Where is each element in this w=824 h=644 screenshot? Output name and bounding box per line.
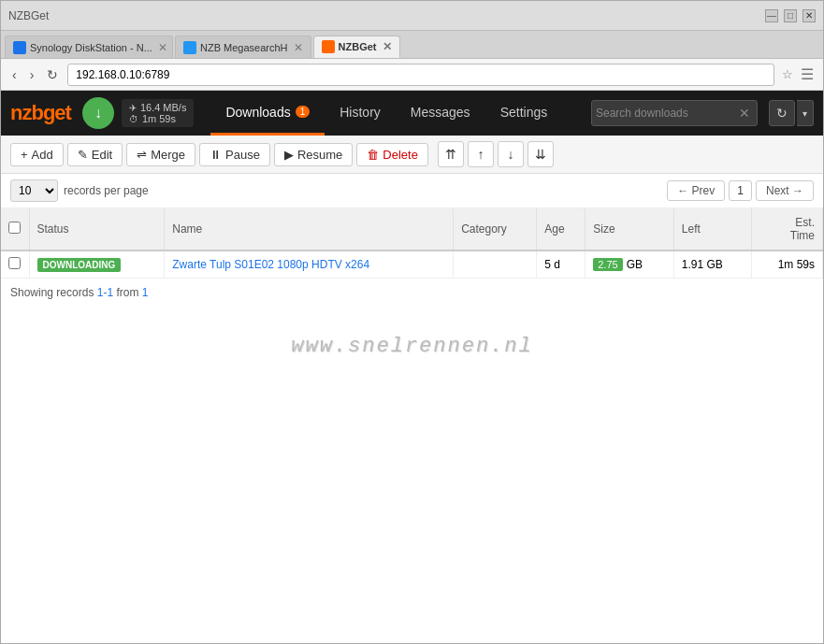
th-name: Name (165, 208, 454, 250)
forward-button[interactable]: › (26, 65, 38, 84)
row-status-cell: DOWNLOADING (29, 250, 165, 279)
pause-button[interactable]: ⏸ Pause (199, 143, 270, 166)
th-left: Left (673, 208, 751, 250)
title-text: NZBGet (8, 9, 49, 22)
nzbget-favicon (322, 40, 335, 53)
search-input[interactable] (596, 107, 736, 120)
close-button[interactable]: ✕ (802, 9, 816, 22)
row-left-cell: 1.91 GB (673, 250, 751, 279)
move-down-icon: ↓ (507, 147, 513, 162)
tab-megasearch[interactable]: NZB MegasearchH ✕ (175, 36, 311, 58)
total-link[interactable]: 1 (142, 286, 149, 299)
move-down-button[interactable]: ↓ (498, 141, 524, 167)
tab-synology[interactable]: Synology DiskStation - N... ✕ (5, 36, 173, 58)
add-button[interactable]: + Add (10, 143, 64, 166)
move-bottom-button[interactable]: ⇊ (528, 141, 554, 167)
records-range-link[interactable]: 1-1 (97, 286, 113, 299)
nav-tab-history[interactable]: History (325, 91, 396, 136)
resume-button[interactable]: ▶ Resume (274, 143, 353, 166)
plus-icon: + (21, 148, 28, 162)
size-unit: GB (627, 258, 643, 271)
page-size-select[interactable]: 10 25 50 100 (10, 179, 58, 202)
th-age: Age (537, 208, 585, 250)
move-top-button[interactable]: ⇈ (438, 141, 464, 167)
row-checkbox[interactable] (8, 257, 21, 269)
nav-tab-downloads[interactable]: Downloads 1 (210, 91, 325, 136)
toolbar: + Add ✎ Edit ⇌ Merge ⏸ Pause ▶ Resume 🗑 … (1, 136, 823, 174)
browser-tabs: Synology DiskStation - N... ✕ NZB Megase… (1, 31, 823, 59)
size-value: 2.75 (593, 258, 622, 271)
tab-nzbget[interactable]: NZBGet ✕ (313, 36, 400, 58)
time-left-value: 1m 59s (142, 113, 176, 124)
app-nav: Downloads 1 History Messages Settings (210, 91, 562, 136)
move-up-button[interactable]: ↑ (468, 141, 494, 167)
pagination-bar: 10 25 50 100 records per page ← Prev 1 N… (1, 174, 823, 208)
table-row[interactable]: DOWNLOADING Zwarte Tulp S01E02 1080p HDT… (1, 250, 823, 279)
row-est-time-cell: 1m 59s (751, 250, 822, 279)
dropdown-button[interactable]: ▾ (797, 100, 814, 126)
move-top-icon: ⇈ (445, 147, 456, 162)
prev-page-button[interactable]: ← Prev (667, 180, 725, 201)
synology-favicon (13, 41, 26, 54)
tab-close-megasearch[interactable]: ✕ (294, 41, 303, 54)
row-age-cell: 5 d (537, 250, 585, 279)
watermark: www.snelrennen.nl (1, 307, 823, 386)
minimize-button[interactable]: — (765, 9, 778, 22)
showing-records: Showing records 1-1 from 1 (1, 279, 823, 307)
url-input[interactable] (67, 64, 774, 86)
select-all-checkbox[interactable] (8, 222, 21, 234)
tab-close-nzbget[interactable]: ✕ (383, 40, 392, 53)
nav-tab-messages[interactable]: Messages (396, 91, 485, 136)
address-bar-icons: ☆ ☰ (780, 64, 816, 85)
clock-icon: ⏱ (129, 114, 138, 124)
pagination-controls: ← Prev 1 Next → (667, 180, 814, 201)
search-clear-icon[interactable]: ✕ (736, 106, 753, 121)
trash-icon: 🗑 (367, 148, 379, 162)
move-bottom-icon: ⇊ (535, 147, 546, 162)
merge-icon: ⇌ (137, 148, 147, 162)
row-checkbox-cell (1, 250, 29, 279)
row-name-link[interactable]: Zwarte Tulp S01E02 1080p HDTV x264 (172, 258, 369, 271)
speed-icon: ✈ (129, 103, 137, 113)
bookmark-icon[interactable]: ☆ (780, 64, 795, 85)
back-button[interactable]: ‹ (8, 65, 21, 84)
downloads-table-container: Status Name Category Age Size Left Est.T… (1, 208, 823, 643)
search-box: ✕ (591, 100, 758, 126)
download-arrow-icon: ↓ (94, 105, 102, 122)
current-page: 1 (729, 180, 752, 201)
window-controls: — □ ✕ (765, 9, 816, 22)
row-size-cell: 2.75 GB (585, 250, 674, 279)
title-bar: NZBGet — □ ✕ (1, 1, 823, 31)
app-logo: nzbget (10, 101, 71, 125)
th-checkbox (1, 208, 29, 250)
delete-button[interactable]: 🗑 Delete (356, 143, 428, 166)
address-bar: ‹ › ↻ ☆ ☰ (1, 59, 823, 91)
speed-info: ✈ 16.4 MB/s ⏱ 1m 59s (122, 99, 195, 127)
row-name-cell: Zwarte Tulp S01E02 1080p HDTV x264 (165, 250, 454, 279)
app-frame: nzbget ↓ ✈ 16.4 MB/s ⏱ 1m 59s Downloads … (1, 91, 823, 643)
records-per-page-label: records per page (64, 184, 149, 197)
next-page-button[interactable]: Next → (756, 180, 814, 201)
edit-icon: ✎ (78, 148, 88, 162)
tab-close-synology[interactable]: ✕ (158, 41, 167, 54)
th-est-time: Est.Time (751, 208, 822, 250)
speed-value: 16.4 MB/s (140, 102, 187, 113)
reload-button[interactable]: ↻ (43, 65, 62, 84)
browser-menu-button[interactable]: ☰ (799, 64, 816, 85)
refresh-icon: ↻ (776, 106, 788, 121)
size-progress: 2.75 GB (593, 258, 666, 271)
downloads-table: Status Name Category Age Size Left Est.T… (1, 208, 823, 279)
chevron-down-icon: ▾ (802, 108, 807, 119)
table-header-row: Status Name Category Age Size Left Est.T… (1, 208, 823, 250)
th-status: Status (29, 208, 165, 250)
merge-button[interactable]: ⇌ Merge (126, 143, 195, 166)
edit-button[interactable]: ✎ Edit (67, 143, 123, 166)
app-header: nzbget ↓ ✈ 16.4 MB/s ⏱ 1m 59s Downloads … (1, 91, 823, 136)
nav-tab-settings[interactable]: Settings (485, 91, 563, 136)
download-icon-button[interactable]: ↓ (82, 97, 114, 129)
resume-icon: ▶ (284, 148, 294, 162)
refresh-button[interactable]: ↻ (769, 100, 795, 126)
move-buttons: ⇈ ↑ ↓ ⇊ (438, 141, 554, 167)
row-category-cell (454, 250, 537, 279)
maximize-button[interactable]: □ (784, 9, 797, 22)
